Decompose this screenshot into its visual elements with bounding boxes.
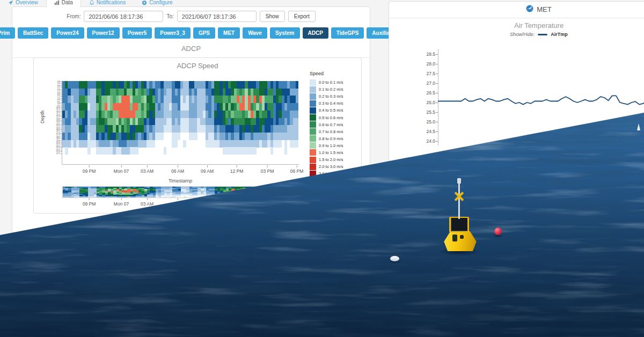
heatmap-cell bbox=[178, 133, 181, 140]
heatmap-cell bbox=[183, 140, 186, 148]
legend-swatch[interactable] bbox=[310, 142, 316, 149]
to-datetime-input[interactable] bbox=[177, 11, 257, 22]
heatmap-cell bbox=[87, 147, 91, 155]
x-tick-label: 03 PM bbox=[261, 169, 274, 174]
export-button[interactable]: Export bbox=[288, 11, 316, 22]
airtmp-series-line[interactable] bbox=[438, 96, 644, 105]
date-range-toolbar: From: To: Show Export bbox=[12, 11, 370, 22]
legend-label: 0.4 to 0.5 m/s bbox=[319, 108, 343, 113]
legend-swatch[interactable] bbox=[310, 157, 316, 163]
tab-notifications[interactable]: Notifications bbox=[81, 0, 134, 7]
filter-button-gps[interactable]: GPS bbox=[193, 27, 215, 39]
legend-swatch[interactable] bbox=[310, 100, 316, 107]
legend-swatch[interactable] bbox=[310, 135, 316, 142]
heatmap-cell bbox=[284, 140, 288, 148]
heatmap-cell bbox=[164, 147, 167, 155]
legend-row: 0.1 to 0.2 m/s bbox=[310, 86, 361, 93]
y-tick-label: 24.0 bbox=[416, 138, 435, 144]
airtemp-legend: Show/Hide: AirTmp bbox=[389, 32, 644, 37]
heatmap-cell bbox=[160, 133, 164, 140]
series-swatch[interactable] bbox=[538, 34, 547, 35]
x-tick-label: 03 AM bbox=[141, 169, 153, 174]
x-tick-label: 09 PM bbox=[83, 201, 96, 207]
from-datetime-input[interactable] bbox=[84, 11, 163, 22]
filter-button-battsec[interactable]: BattSec bbox=[18, 27, 48, 39]
red-marker-buoy bbox=[494, 228, 502, 235]
legend-swatch[interactable] bbox=[310, 93, 316, 100]
tab-label: Configure bbox=[149, 0, 172, 5]
y-tick-label: 26.5 bbox=[416, 90, 435, 96]
met-header: MET bbox=[389, 5, 644, 14]
legend-label: 1.0 to 1.5 m/s bbox=[319, 150, 343, 155]
legend-swatch[interactable] bbox=[310, 114, 316, 121]
tab-label: Notifications bbox=[97, 0, 126, 5]
legend-label: 0.5 to 0.6 m/s bbox=[319, 115, 343, 120]
legend-row: 0.8 to 0.9 m/s bbox=[310, 135, 361, 142]
filter-button-adcp[interactable]: ADCP bbox=[303, 27, 328, 39]
to-label: To: bbox=[166, 13, 173, 19]
met-header-label: MET bbox=[537, 5, 551, 13]
section-title: ADCP bbox=[12, 45, 370, 53]
heatmap-cell bbox=[284, 147, 288, 155]
legend-row: 0.4 to 0.5 m/s bbox=[310, 107, 361, 114]
x-tick-label: 12 PM bbox=[230, 169, 244, 174]
filter-button-power24[interactable]: Power24 bbox=[51, 27, 84, 39]
tab-data[interactable]: Data bbox=[46, 0, 81, 7]
legend-swatch[interactable] bbox=[310, 128, 316, 135]
heatmap-cell bbox=[296, 118, 298, 126]
legend-swatch[interactable] bbox=[310, 149, 316, 156]
y-tick-label: 26.0 bbox=[416, 100, 435, 105]
filter-button-power5[interactable]: Power5 bbox=[122, 27, 152, 39]
heatmap-plot[interactable] bbox=[62, 81, 298, 164]
filter-button-power12[interactable]: Power12 bbox=[87, 27, 120, 39]
heatmap-cell bbox=[296, 111, 298, 118]
buoy-fitting bbox=[460, 235, 464, 239]
legend-label: 1.5 to 2.0 m/s bbox=[319, 157, 343, 162]
filter-button-battprim[interactable]: BattPrim bbox=[0, 27, 15, 39]
y-tick-label: 27.0 bbox=[416, 80, 435, 86]
bar-chart-icon bbox=[54, 0, 60, 5]
heatmap-cell bbox=[65, 147, 68, 155]
chart-title: ADCP Speed bbox=[34, 62, 361, 70]
legend-row: 0.6 to 0.7 m/s bbox=[310, 121, 361, 128]
legend-swatch[interactable] bbox=[310, 164, 316, 170]
distant-sail bbox=[637, 123, 640, 130]
heatmap-cell bbox=[270, 147, 274, 155]
tab-overview[interactable]: Overview bbox=[0, 0, 46, 7]
gear-icon bbox=[142, 0, 147, 5]
buoy-antenna bbox=[457, 178, 461, 184]
legend-swatch[interactable] bbox=[310, 107, 316, 114]
legend-label: 0.0 to 0.1 m/s bbox=[319, 80, 343, 85]
heatmap-cell bbox=[296, 125, 298, 133]
legend-label: 2.0 to 3.0 m/s bbox=[319, 164, 343, 169]
legend-swatch[interactable] bbox=[310, 121, 316, 128]
legend-row: 0.3 to 0.4 m/s bbox=[310, 100, 361, 107]
legend-row: 1.5 to 2.0 m/s bbox=[310, 156, 361, 163]
legend-label: 0.2 to 0.3 m/s bbox=[319, 94, 343, 99]
tab-label: Data bbox=[62, 0, 73, 5]
filter-button-system[interactable]: System bbox=[270, 27, 300, 39]
filter-button-power3_3[interactable]: Power3_3 bbox=[155, 27, 191, 39]
y-tick-label: 28.0 bbox=[416, 61, 435, 67]
depth-tick-label: -22.5 bbox=[46, 153, 62, 155]
heatmap-cell bbox=[279, 140, 282, 148]
location-arrow-icon bbox=[8, 0, 13, 5]
tab-bar: Overview Data Notifications Configure bbox=[0, 0, 181, 7]
y-tick-label: 27.5 bbox=[416, 71, 435, 76]
x-tick-label: Mon 07 bbox=[114, 201, 129, 207]
filter-button-tidegps[interactable]: TideGPS bbox=[331, 27, 364, 39]
filter-button-met[interactable]: MET bbox=[218, 27, 240, 39]
legend-label: 0.9 to 1.0 m/s bbox=[319, 143, 343, 148]
y-axis-ticks: -3.0-3.5-4.0-4.5-5.0-5.5-6.0-6.5-7.0-7.5… bbox=[46, 81, 62, 155]
legend-swatch[interactable] bbox=[310, 86, 316, 93]
airtemp-chart-title: Air Temperature bbox=[389, 21, 644, 30]
series-name[interactable]: AirTmp bbox=[551, 32, 568, 37]
show-button[interactable]: Show bbox=[260, 11, 285, 22]
filter-button-wave[interactable]: Wave bbox=[243, 27, 267, 39]
heatmap-cell bbox=[184, 196, 187, 198]
x-tick-label: 06 AM bbox=[171, 169, 184, 174]
buoy-vent bbox=[452, 235, 457, 241]
legend-swatch[interactable] bbox=[310, 79, 316, 86]
tab-configure[interactable]: Configure bbox=[134, 0, 180, 7]
legend-row: 1.0 to 1.5 m/s bbox=[310, 149, 361, 156]
